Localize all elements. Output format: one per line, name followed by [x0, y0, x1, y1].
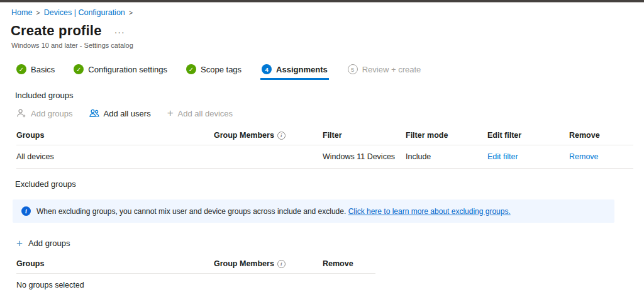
column-header-groups: Groups: [16, 126, 214, 145]
banner-message: When excluding groups, you cannot mix us…: [36, 207, 346, 216]
filter-mode-cell: Include: [406, 145, 487, 168]
step-number-icon: 5: [348, 64, 358, 74]
table-empty-row: No groups selected: [16, 274, 375, 292]
remove-cell: [323, 278, 375, 292]
chevron-right-icon: >: [36, 9, 40, 16]
tab-scope-tags[interactable]: ✓ Scope tags: [186, 64, 242, 80]
remove-link[interactable]: Remove: [569, 145, 633, 168]
add-groups-label: Add groups: [31, 109, 73, 118]
column-header-filter: Filter: [323, 126, 406, 145]
column-header-filter-mode: Filter mode: [406, 126, 487, 145]
excluded-groups-table: Groups Group Members i Remove No groups …: [16, 254, 644, 292]
info-filled-icon: i: [21, 206, 31, 216]
column-header-groups: Groups: [16, 254, 214, 273]
plus-icon: +: [16, 239, 23, 248]
column-header-remove: Remove: [323, 254, 375, 273]
table-header-row: Groups Group Members i Filter Filter mod…: [16, 126, 633, 145]
tab-label: Assignments: [276, 65, 328, 74]
excluded-add-groups-button[interactable]: + Add groups: [16, 239, 644, 248]
add-groups-button: Add groups: [16, 108, 73, 118]
tab-review-create[interactable]: 5 Review + create: [348, 64, 421, 80]
column-header-group-members: Group Members i: [214, 126, 323, 145]
group-name-cell: All devices: [16, 145, 214, 168]
empty-state-text: No groups selected: [16, 274, 214, 292]
breadcrumb-devices-configuration-link[interactable]: Devices | Configuration: [44, 8, 125, 17]
page-title: Create profile: [11, 23, 102, 39]
plus-icon: +: [167, 109, 174, 118]
tab-assignments[interactable]: 4 Assignments: [260, 64, 329, 80]
check-circle-icon: ✓: [16, 64, 26, 74]
tab-label: Configuration settings: [88, 65, 167, 74]
add-all-devices-label: Add all devices: [178, 109, 233, 118]
group-members-cell: [214, 150, 323, 164]
info-icon[interactable]: i: [277, 260, 286, 268]
people-icon: [89, 108, 99, 118]
more-actions-icon[interactable]: ···: [114, 27, 125, 39]
add-all-users-button[interactable]: Add all users: [89, 108, 151, 118]
included-groups-toolbar: Add groups Add all users + Add all devic…: [16, 108, 644, 118]
wizard-steps: ✓ Basics ✓ Configuration settings ✓ Scop…: [16, 64, 644, 80]
tab-configuration-settings[interactable]: ✓ Configuration settings: [74, 64, 167, 80]
tab-label: Review + create: [362, 65, 421, 74]
column-header-label: Group Members: [214, 131, 274, 140]
excluded-add-groups-label: Add groups: [28, 239, 70, 248]
info-banner: i When excluding groups, you cannot mix …: [13, 199, 614, 223]
window-top-bar: [0, 0, 644, 3]
tab-label: Basics: [31, 65, 55, 74]
breadcrumb: Home > Devices | Configuration >: [11, 8, 644, 17]
info-icon[interactable]: i: [277, 132, 286, 140]
step-number-icon: 4: [262, 64, 272, 74]
page-subtitle: Windows 10 and later - Settings catalog: [11, 42, 644, 49]
column-header-remove: Remove: [569, 126, 633, 145]
edit-filter-link[interactable]: Edit filter: [487, 145, 569, 168]
table-header-row: Groups Group Members i Remove: [16, 254, 375, 274]
banner-text: When excluding groups, you cannot mix us…: [36, 207, 511, 216]
excluded-groups-heading: Excluded groups: [15, 179, 644, 189]
person-add-icon: [16, 108, 26, 118]
add-all-devices-button: + Add all devices: [167, 109, 233, 118]
check-circle-icon: ✓: [74, 64, 84, 74]
add-all-users-label: Add all users: [104, 109, 151, 118]
column-header-edit-filter: Edit filter: [487, 126, 569, 145]
included-groups-table: Groups Group Members i Filter Filter mod…: [16, 126, 644, 169]
column-header-label: Group Members: [214, 259, 274, 268]
filter-cell: Windows 11 Devices: [323, 145, 406, 168]
breadcrumb-home-link[interactable]: Home: [11, 8, 32, 17]
column-header-group-members: Group Members i: [214, 254, 323, 273]
included-groups-heading: Included groups: [15, 91, 644, 100]
chevron-right-icon: >: [129, 9, 133, 16]
table-row: All devices Windows 11 Devices Include E…: [16, 145, 633, 169]
excluding-groups-learn-more-link[interactable]: Click here to learn more about excluding…: [348, 207, 511, 216]
tab-basics[interactable]: ✓ Basics: [16, 64, 55, 80]
group-members-cell: [214, 278, 323, 292]
tab-label: Scope tags: [201, 65, 242, 74]
check-circle-icon: ✓: [186, 64, 196, 74]
